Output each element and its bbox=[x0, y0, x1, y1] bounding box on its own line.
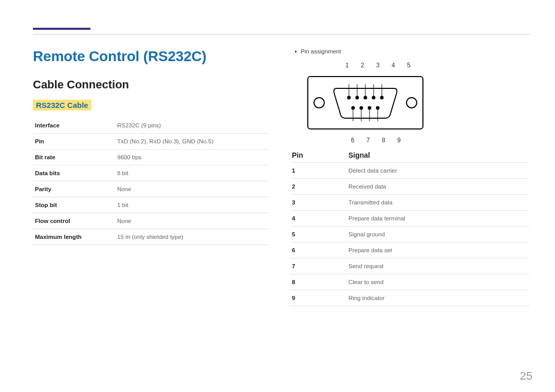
table-row: 6Prepare data set bbox=[290, 242, 529, 258]
page: Remote Control (RS232C) Cable Connection… bbox=[0, 0, 555, 392]
signal-name: Clear to send bbox=[348, 279, 383, 285]
spec-key: Stop bit bbox=[33, 197, 115, 213]
table-row: 8Clear to send bbox=[290, 274, 529, 290]
pin-number: 2 bbox=[292, 183, 348, 190]
table-row: 3Transmitted data bbox=[290, 195, 529, 211]
table-row: Stop bit1 bit bbox=[33, 197, 269, 213]
table-row: ParityNone bbox=[33, 181, 269, 197]
spec-key: Data bits bbox=[33, 165, 115, 181]
pin-numbers-top: 1 2 3 4 5 bbox=[345, 62, 416, 69]
bullet-pin-assignment: Pin assignment bbox=[290, 48, 529, 54]
signal-table: 1Detect data carrier 2Received data 3Tra… bbox=[290, 163, 529, 306]
pin-number: 7 bbox=[292, 263, 348, 269]
header-bar bbox=[33, 15, 529, 35]
subsection-label: RS232C Cable bbox=[33, 100, 91, 110]
pin-number: 6 bbox=[292, 247, 348, 253]
spec-value: None bbox=[115, 181, 269, 197]
table-row: 9Ring indicator bbox=[290, 290, 529, 306]
spec-value: RS232C (9 pins) bbox=[115, 118, 269, 134]
spec-value: 15 m (only shielded type) bbox=[115, 229, 269, 245]
spec-table: InterfaceRS232C (9 pins) PinTxD (No.2), … bbox=[33, 118, 269, 245]
pin-number: 1 bbox=[292, 167, 348, 174]
bullet-icon bbox=[295, 51, 297, 52]
section-title: Cable Connection bbox=[33, 78, 269, 91]
signal-name: Prepare data set bbox=[348, 247, 392, 253]
spec-key: Flow control bbox=[33, 213, 115, 229]
table-row: InterfaceRS232C (9 pins) bbox=[33, 118, 269, 134]
connector-shell bbox=[307, 76, 423, 129]
spec-value: 1 bit bbox=[115, 197, 269, 213]
signal-name: Send request bbox=[348, 263, 383, 269]
header-pin: Pin bbox=[292, 151, 348, 159]
pin-number: 9 bbox=[292, 295, 348, 301]
pin-number: 3 bbox=[292, 199, 348, 206]
table-row: PinTxD (No.2), RxD (No.3), GND (No.5) bbox=[33, 134, 269, 150]
connector-diagram: 1 2 3 4 5 6 7 8 9 bbox=[291, 62, 440, 144]
signal-name: Transmitted data bbox=[348, 199, 393, 206]
table-row: Data bits8 bit bbox=[33, 165, 269, 181]
bullet-text: Pin assignment bbox=[301, 48, 341, 54]
signal-table-header: Pin Signal bbox=[290, 148, 529, 163]
screw-right-icon bbox=[406, 97, 417, 108]
signal-name: Received data bbox=[348, 183, 386, 190]
header-rule bbox=[33, 34, 529, 34]
d-sub-icon bbox=[332, 84, 398, 121]
page-number: 25 bbox=[520, 369, 532, 383]
page-title: Remote Control (RS232C) bbox=[33, 48, 269, 65]
table-row: Bit rate9600 bps bbox=[33, 150, 269, 165]
header-signal: Signal bbox=[348, 151, 370, 159]
pin-number: 8 bbox=[292, 279, 348, 285]
table-row: 4Prepare data terminal bbox=[290, 211, 529, 227]
spec-key: Interface bbox=[33, 118, 115, 134]
pin-number: 5 bbox=[292, 231, 348, 237]
spec-value: None bbox=[115, 213, 269, 229]
signal-name: Detect data carrier bbox=[348, 167, 397, 174]
signal-name: Signal ground bbox=[348, 231, 385, 237]
spec-value: 8 bit bbox=[115, 165, 269, 181]
table-row: 5Signal ground bbox=[290, 227, 529, 242]
table-row: 2Received data bbox=[290, 179, 529, 195]
spec-key: Bit rate bbox=[33, 150, 115, 165]
accent-bar bbox=[33, 28, 90, 30]
table-row: 7Send request bbox=[290, 258, 529, 274]
pin-number: 4 bbox=[292, 215, 348, 221]
screw-left-icon bbox=[313, 97, 325, 108]
spec-key: Parity bbox=[33, 181, 115, 197]
spec-value: TxD (No.2), RxD (No.3), GND (No.5) bbox=[115, 134, 269, 150]
content-columns: Remote Control (RS232C) Cable Connection… bbox=[33, 48, 529, 306]
pin-numbers-bottom: 6 7 8 9 bbox=[351, 137, 406, 144]
table-row: Maximum length15 m (only shielded type) bbox=[33, 229, 269, 245]
left-column: Remote Control (RS232C) Cable Connection… bbox=[33, 48, 285, 306]
signal-name: Prepare data terminal bbox=[348, 215, 405, 221]
spec-key: Maximum length bbox=[33, 229, 115, 245]
signal-name: Ring indicator bbox=[348, 295, 384, 301]
spec-value: 9600 bps bbox=[115, 150, 269, 165]
right-column: Pin assignment 1 2 3 4 5 6 7 8 9 bbox=[285, 48, 529, 306]
table-row: Flow controlNone bbox=[33, 213, 269, 229]
spec-key: Pin bbox=[33, 134, 115, 150]
table-row: 1Detect data carrier bbox=[290, 163, 529, 179]
